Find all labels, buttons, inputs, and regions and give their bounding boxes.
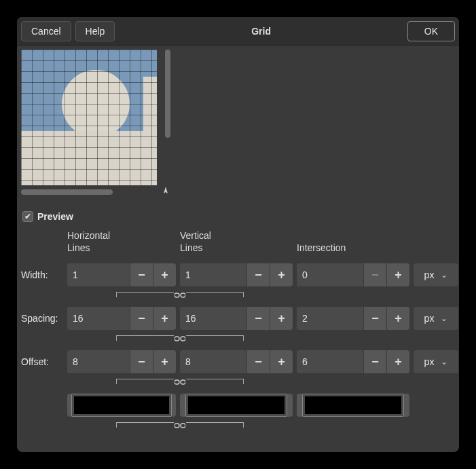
dialog-body: ✔ Preview Horizontal Lines Vertical Line… [17, 45, 459, 436]
plus-icon[interactable]: + [270, 350, 293, 373]
width-unit-select[interactable]: px ⌄ [414, 263, 458, 286]
chain-link-icon[interactable] [174, 290, 186, 300]
svg-rect-3 [181, 337, 185, 341]
minus-icon[interactable]: − [363, 307, 386, 330]
svg-rect-0 [175, 293, 179, 297]
col-header-horizontal: Horizontal Lines [67, 230, 176, 255]
width-horizontal-input[interactable]: − + [67, 263, 176, 286]
minus-icon[interactable]: − [246, 263, 270, 286]
chain-link-icon[interactable] [174, 377, 186, 387]
grid-dialog: Cancel Help Grid OK ✔ Preview [17, 17, 459, 452]
offset-h-field[interactable] [67, 350, 130, 373]
preview-image[interactable] [21, 50, 157, 185]
preview-checkbox[interactable]: ✔ Preview [21, 210, 455, 226]
ok-button[interactable]: OK [407, 21, 455, 41]
unit-label: px [424, 313, 435, 324]
minus-icon[interactable]: − [130, 307, 153, 330]
svg-rect-7 [181, 424, 185, 428]
width-v-field[interactable] [180, 263, 246, 286]
svg-rect-1 [181, 293, 185, 297]
width-intersection-input[interactable]: − + [297, 263, 409, 286]
chevron-down-icon: ⌄ [441, 314, 447, 323]
plus-icon[interactable]: + [270, 307, 293, 330]
svg-rect-6 [175, 424, 179, 428]
dialog-title: Grid [119, 26, 403, 37]
offset-link-bar [67, 377, 293, 387]
row-label-offset: Offset: [21, 356, 63, 367]
cancel-button[interactable]: Cancel [21, 21, 71, 41]
minus-icon[interactable]: − [246, 307, 270, 330]
spacing-link-bar [67, 334, 293, 343]
spacing-h-field[interactable] [67, 307, 130, 330]
offset-v-field[interactable] [180, 350, 246, 373]
grid-form: Horizontal Lines Vertical Lines Intersec… [21, 230, 455, 429]
navigation-arrow-icon[interactable] [161, 187, 170, 196]
spacing-v-field[interactable] [180, 307, 246, 330]
col-header-vertical: Vertical Lines [180, 230, 293, 255]
color-vertical-swatch[interactable] [180, 394, 293, 417]
spacing-intersection-input[interactable]: − + [297, 307, 409, 330]
minus-icon[interactable]: − [130, 350, 153, 373]
offset-unit-select[interactable]: px ⌄ [414, 350, 458, 373]
svg-rect-2 [175, 337, 179, 341]
svg-rect-4 [175, 380, 179, 384]
plus-icon[interactable]: + [153, 350, 176, 373]
spacing-vertical-input[interactable]: − + [180, 307, 293, 330]
plus-icon[interactable]: + [386, 263, 409, 286]
chevron-down-icon: ⌄ [441, 357, 447, 367]
unit-label: px [424, 356, 435, 367]
plus-icon[interactable]: + [153, 263, 176, 286]
offset-vertical-input[interactable]: − + [180, 350, 293, 373]
preview-area [21, 50, 170, 206]
preview-vscroll[interactable] [165, 50, 170, 138]
minus-icon: − [363, 263, 386, 286]
plus-icon[interactable]: + [153, 307, 176, 330]
spacing-i-field[interactable] [297, 307, 363, 330]
color-intersection-swatch[interactable] [297, 394, 409, 417]
color-swatch [185, 394, 287, 417]
width-i-field[interactable] [297, 263, 363, 286]
plus-icon[interactable]: + [386, 350, 409, 373]
plus-icon[interactable]: + [386, 307, 409, 330]
spacing-unit-select[interactable]: px ⌄ [414, 307, 458, 330]
plus-icon[interactable]: + [270, 263, 293, 286]
width-vertical-input[interactable]: − + [180, 263, 293, 286]
col-header-intersection: Intersection [297, 242, 409, 256]
chain-link-icon[interactable] [174, 334, 186, 343]
offset-horizontal-input[interactable]: − + [67, 350, 176, 373]
row-label-spacing: Spacing: [21, 313, 63, 324]
row-label-width: Width: [21, 269, 63, 280]
width-h-field[interactable] [67, 263, 130, 286]
color-horizontal-swatch[interactable] [67, 394, 176, 417]
chevron-down-icon: ⌄ [441, 270, 447, 280]
width-link-bar [67, 290, 293, 300]
help-button[interactable]: Help [75, 21, 115, 41]
color-link-bar [67, 421, 293, 430]
check-icon: ✔ [22, 211, 33, 222]
preview-label: Preview [37, 211, 73, 222]
color-swatch [302, 394, 404, 417]
minus-icon[interactable]: − [246, 350, 270, 373]
preview-hscroll[interactable] [21, 189, 113, 195]
offset-intersection-input[interactable]: − + [297, 350, 409, 373]
svg-rect-5 [181, 380, 185, 384]
unit-label: px [424, 269, 435, 280]
titlebar: Cancel Help Grid OK [17, 17, 459, 45]
offset-i-field[interactable] [297, 350, 363, 373]
color-swatch [71, 394, 172, 417]
spacing-horizontal-input[interactable]: − + [67, 307, 176, 330]
minus-icon[interactable]: − [363, 350, 386, 373]
chain-link-icon[interactable] [174, 421, 186, 430]
minus-icon[interactable]: − [130, 263, 153, 286]
